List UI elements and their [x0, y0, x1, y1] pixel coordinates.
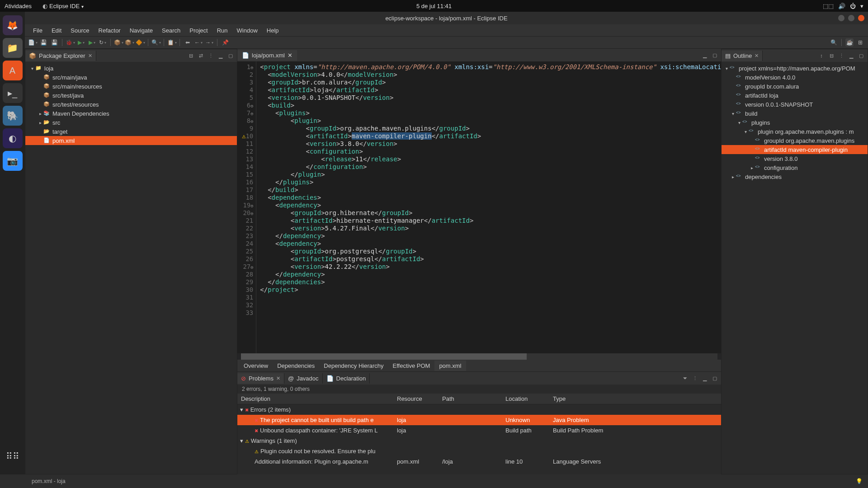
clock[interactable]: 5 de jul 11:41	[416, 3, 452, 9]
menu-source[interactable]: Source	[67, 26, 93, 35]
outline-item[interactable]: ▾<>plugins	[722, 118, 868, 127]
maximize-view-icon[interactable]: ▢	[711, 375, 718, 382]
maximize-editor-icon[interactable]: ▢	[711, 52, 718, 59]
new-package-button[interactable]: 📦	[114, 38, 123, 47]
nav-back-button[interactable]: ⬅	[184, 38, 192, 47]
problems-item[interactable]: The project cannot be built until build …	[237, 415, 721, 425]
debug-button[interactable]: 🐞	[66, 38, 74, 47]
outline-item[interactable]: ▾<>plugin org.apache.maven.plugins : m	[722, 127, 868, 136]
network-icon[interactable]: ⬚⬚	[823, 3, 834, 9]
package-explorer-tab[interactable]: 📦 Package Explorer ✕	[25, 51, 96, 61]
close-icon[interactable]: ✕	[276, 375, 280, 381]
dock-app-files[interactable]: 📁	[3, 38, 23, 58]
collapse-all-icon[interactable]: ⊟	[187, 52, 194, 59]
open-perspective-button[interactable]: ⊞	[856, 38, 864, 47]
menu-refactor[interactable]: Refactor	[95, 26, 124, 35]
back-history-button[interactable]: ←	[194, 38, 203, 47]
dock-show-apps[interactable]: ⠿⠿	[3, 446, 23, 466]
open-type-button[interactable]: 🔶	[136, 38, 144, 47]
minimize-view-icon[interactable]: ▁	[217, 52, 224, 59]
minimize-button[interactable]	[838, 15, 844, 21]
problems-tab[interactable]: ⊘ Problems ✕	[237, 373, 284, 384]
outline-tree[interactable]: ▾<>project xmlns=http://maven.apache.org…	[722, 62, 868, 474]
tree-item[interactable]: 📄pom.xml	[25, 136, 237, 145]
menu-run[interactable]: Run	[213, 26, 231, 35]
editor-subtab[interactable]: Dependency Hierarchy	[319, 361, 388, 371]
outline-item[interactable]: ▾<>project xmlns=http://maven.apache.org…	[722, 64, 868, 73]
outline-item[interactable]: ▾<>build	[722, 109, 868, 118]
editor-subtab[interactable]: pom.xml	[434, 361, 466, 371]
editor-tab[interactable]: 📄 loja/pom.xml ✕	[237, 50, 297, 61]
declaration-tab[interactable]: 📄 Declaration	[323, 373, 370, 384]
tree-item[interactable]: 📦src/test/java	[25, 91, 237, 100]
forward-history-button[interactable]: →	[205, 38, 213, 47]
problems-item[interactable]: Unbound classpath container: 'JRE System…	[237, 425, 721, 436]
power-icon[interactable]: ⏻	[850, 3, 856, 9]
outline-item[interactable]: ▸<>configuration	[722, 163, 868, 172]
menu-project[interactable]: Project	[186, 26, 211, 35]
new-button[interactable]: 📄	[28, 38, 37, 47]
menu-file[interactable]: File	[29, 26, 46, 35]
new-class-button[interactable]: 📦	[125, 38, 133, 47]
sort-icon[interactable]: ↕	[818, 52, 825, 59]
tree-item[interactable]: ▾📁loja	[25, 64, 237, 73]
maximize-button[interactable]	[848, 15, 854, 21]
tree-item[interactable]: 📦src/test/resources	[25, 100, 237, 109]
menu-navigate[interactable]: Navigate	[126, 26, 156, 35]
problems-group[interactable]: ▾ Warnings (1 item)	[237, 436, 721, 446]
menu-help[interactable]: Help	[263, 26, 283, 35]
quick-access-button[interactable]: 🔍	[830, 38, 838, 47]
tip-icon[interactable]: 💡	[856, 478, 863, 484]
menu-search[interactable]: Search	[158, 26, 184, 35]
tree-item[interactable]: ▸📚Maven Dependencies	[25, 109, 237, 118]
package-explorer-tree[interactable]: ▾📁loja📦src/main/java📦src/main/resources📦…	[25, 62, 237, 474]
perspective-java-button[interactable]: ☕	[845, 38, 854, 47]
save-all-button[interactable]: 💾	[50, 38, 58, 47]
outline-item[interactable]: <>artifactId maven-compiler-plugin	[722, 145, 868, 154]
save-button[interactable]: 💾	[39, 38, 47, 47]
minimize-view-icon[interactable]: ▁	[701, 375, 708, 382]
maximize-view-icon[interactable]: ▢	[858, 52, 865, 59]
toggle-breadcrumb-button[interactable]: 📋	[168, 38, 176, 47]
dock-app-terminal[interactable]: ▸_	[3, 83, 23, 103]
search-button[interactable]: 🔍	[152, 38, 160, 47]
close-icon[interactable]: ✕	[288, 52, 292, 59]
system-menu-chevron-icon[interactable]: ▾	[860, 3, 863, 9]
editor-subtab[interactable]: Effective POM	[388, 361, 435, 371]
outline-item[interactable]: <>groupId br.com.alura	[722, 82, 868, 91]
problems-item[interactable]: Additional information: Plugin org.apach…	[237, 456, 721, 467]
close-button[interactable]	[858, 15, 864, 21]
minimize-view-icon[interactable]: ▁	[848, 52, 855, 59]
editor-body[interactable]: 1⊖23456⊖7⊖8⊖9⚠10111213141516171819⊖20⊖21…	[237, 61, 721, 353]
editor-horizontal-scrollbar[interactable]	[241, 353, 717, 360]
coverage-button[interactable]: ▶	[88, 38, 96, 47]
maximize-view-icon[interactable]: ▢	[227, 52, 234, 59]
dock-app-postgres[interactable]: 🐘	[3, 106, 23, 126]
outline-tab[interactable]: ▤ Outline ✕	[722, 51, 763, 61]
javadoc-tab[interactable]: @ Javadoc	[284, 373, 323, 384]
collapse-all-icon[interactable]: ⊟	[828, 52, 835, 59]
close-icon[interactable]: ✕	[88, 53, 92, 59]
menu-window[interactable]: Window	[233, 26, 261, 35]
view-menu-icon[interactable]: ⋮	[691, 375, 698, 382]
outline-item[interactable]: <>version 3.8.0	[722, 154, 868, 163]
tree-item[interactable]: 📦src/main/java	[25, 73, 237, 82]
tree-item[interactable]: 📦src/main/resources	[25, 82, 237, 91]
editor-subtab[interactable]: Dependencies	[273, 361, 319, 371]
tree-item[interactable]: ▸📂src	[25, 118, 237, 127]
activities-button[interactable]: Atividades	[5, 3, 32, 9]
dock-app-eclipse[interactable]: ◐	[3, 128, 23, 148]
sound-icon[interactable]: 🔊	[838, 3, 845, 9]
link-editor-icon[interactable]: ⇄	[197, 52, 204, 59]
outline-item[interactable]: <>version 0.0.1-SNAPSHOT	[722, 100, 868, 109]
problems-item[interactable]: Plugin could not be resolved. Ensure the…	[237, 446, 721, 456]
outline-item[interactable]: ▸<>dependencies	[722, 172, 868, 181]
filter-icon[interactable]: ⏷	[681, 375, 689, 382]
dock-app-zoom[interactable]: 📷	[3, 151, 23, 171]
close-icon[interactable]: ✕	[755, 53, 759, 59]
app-menu[interactable]: ◐Eclipse IDE	[42, 3, 84, 9]
outline-item[interactable]: <>artifactId loja	[722, 91, 868, 100]
tree-item[interactable]: 📂target	[25, 127, 237, 136]
dock-app-firefox[interactable]: 🦊	[3, 15, 23, 35]
outline-item[interactable]: <>modelVersion 4.0.0	[722, 73, 868, 82]
